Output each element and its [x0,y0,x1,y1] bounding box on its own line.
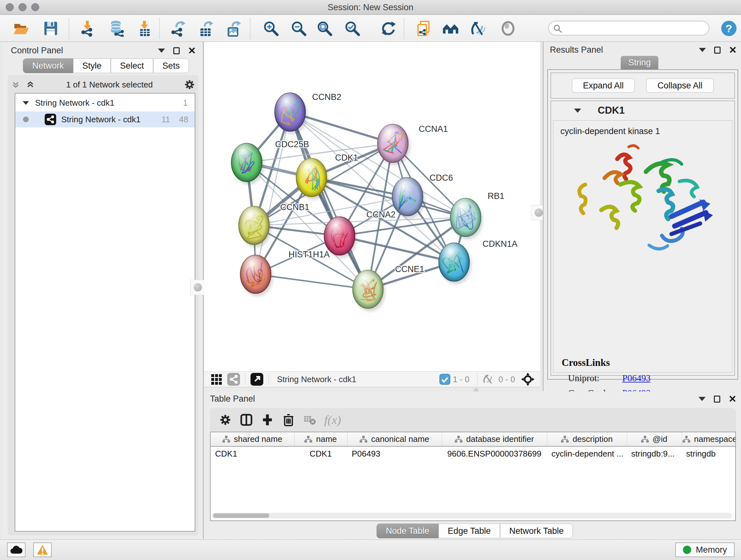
column-header-namespace[interactable]: namespace [682,432,736,446]
open-in-new-icon[interactable] [251,373,263,386]
export-image-icon[interactable] [226,20,242,37]
table-settings-gear-icon[interactable] [219,414,232,426]
zoom-in-icon[interactable] [263,20,279,37]
search-input[interactable] [564,23,704,34]
zoom-selected-icon[interactable] [344,20,360,37]
node-label-CDC6: CDC6 [429,173,453,183]
column-header-shared-name[interactable]: shared name [211,432,294,446]
node-label-CDC25B: CDC25B [275,139,309,149]
view-dot-icon [23,117,29,122]
entry-collapse-icon[interactable] [574,109,581,113]
crosshair-icon[interactable] [521,372,535,386]
panel-menu-icon[interactable] [698,397,705,401]
warning-icon [37,545,48,555]
tab-sets[interactable]: Sets [153,58,189,73]
edge-CCNB2-CCNE1[interactable] [290,112,368,289]
import-table-icon[interactable] [137,20,153,37]
birdseye-grid-icon[interactable] [210,373,223,386]
table-cell: stringdb:9... [627,446,682,461]
table-cell: stringdb [682,446,736,461]
node-CDKN1A[interactable]: CDKN1A [439,239,518,281]
results-panel-title: Results Panel [550,45,603,55]
tab-node-table[interactable]: Node Table [377,523,439,538]
collapse-all-icon[interactable] [11,80,20,89]
toolbar-separator [250,18,251,39]
warning-status-button[interactable] [33,543,52,557]
network-canvas[interactable]: CCNB2CCNA1CDC25BCDK1CDC6RB1CCNB1CCNA2CDK… [204,42,540,371]
home-icon[interactable] [442,20,459,37]
cloud-icon [10,545,22,554]
crosslink-row: Uniprot:P06493 [562,373,728,383]
import-database-icon[interactable] [109,20,125,37]
tab-string[interactable]: String [621,56,658,69]
hidden-eye-icon[interactable] [482,374,496,385]
crosslink-label: Uniprot: [562,373,622,383]
panel-float-icon[interactable] [173,47,180,54]
node-HIST1H1A[interactable]: HIST1H1A [240,250,330,294]
horizontal-scrollbar[interactable] [212,513,732,518]
panel-float-icon[interactable] [714,47,721,54]
clone-network-icon[interactable] [416,20,433,37]
panel-close-icon[interactable]: ✕ [188,47,196,54]
show-columns-icon[interactable] [240,414,253,426]
crosslink-link[interactable]: P06493 [622,373,651,383]
control-panel-title: Control Panel [11,46,63,56]
cloud-status-button[interactable] [7,543,25,557]
tree-expand-icon[interactable] [23,101,29,105]
tab-select[interactable]: Select [111,58,153,73]
memory-button[interactable]: Memory [675,543,735,557]
node-CCNA1[interactable]: CCNA1 [378,124,448,163]
import-network-icon[interactable] [79,20,96,37]
node-CCNE1[interactable]: CCNE1 [353,264,424,308]
tab-network-table[interactable]: Network Table [500,523,573,538]
column-header-canonical-name[interactable]: canonical name [347,432,442,446]
hide-panel-icon[interactable] [470,20,487,37]
network-row[interactable]: String Network - cdk1 11 48 [15,111,195,127]
edge-count: 48 [179,115,188,125]
column-header-description[interactable]: description [547,432,627,446]
table-row[interactable]: CDK1CDK1P064939606.ENSP00000378699cyclin… [211,446,736,461]
panel-divider-handle[interactable] [190,280,205,295]
expand-all-icon[interactable] [25,80,35,89]
collapse-all-button[interactable]: Collapse All [646,78,714,92]
help-icon[interactable]: ? [721,20,737,37]
gear-icon[interactable] [184,79,195,90]
entry-description: cyclin-dependent kinase 1 [560,126,660,136]
save-icon[interactable] [43,20,59,37]
node-label-CCNE1: CCNE1 [395,264,424,274]
network-tab-content: 1 of 1 Network selected String Network -… [8,75,199,536]
show-panel-icon[interactable] [500,20,516,37]
add-column-icon[interactable] [261,414,274,426]
control-panel: Control Panel ✕ NetworkStyleSelectSets 1… [3,42,204,539]
selected-checkbox-icon[interactable] [440,374,450,385]
delete-column-icon[interactable] [282,414,295,426]
table-panel: Table Panel ✕ f(x) [204,391,741,539]
panel-menu-icon[interactable] [158,49,165,53]
open-file-icon[interactable] [13,20,29,37]
zoom-out-icon[interactable] [290,20,307,37]
expand-all-button[interactable]: Expand All [572,78,635,92]
node-RB1[interactable]: RB1 [450,191,504,237]
network-selection-status: 1 of 1 Network selected [35,80,184,90]
export-table-icon[interactable] [198,20,214,37]
panel-float-icon[interactable] [714,395,720,402]
network-share-icon[interactable] [227,373,240,386]
column-type-icon [561,436,569,443]
refresh-icon[interactable] [381,20,397,37]
panel-menu-icon[interactable] [699,48,706,52]
column-header-name[interactable]: name [294,432,347,446]
entry-header[interactable]: CDK1 [551,101,734,120]
zoom-fit-icon[interactable] [316,20,333,37]
column-header-database-identifier[interactable]: database identifier [442,432,547,446]
table-panel-title: Table Panel [210,394,255,404]
export-network-icon[interactable] [170,20,187,37]
network-collection-row[interactable]: String Network - cdk1 1 [15,95,195,111]
column-header--id[interactable]: @id [627,432,682,446]
toolbar-separator [69,18,69,39]
network-edges [247,112,466,289]
tab-style[interactable]: Style [73,58,111,73]
tab-network[interactable]: Network [23,58,73,73]
tab-edge-table[interactable]: Edge Table [439,523,500,538]
panel-close-icon[interactable]: ✕ [729,395,737,402]
panel-close-icon[interactable]: ✕ [729,47,737,54]
